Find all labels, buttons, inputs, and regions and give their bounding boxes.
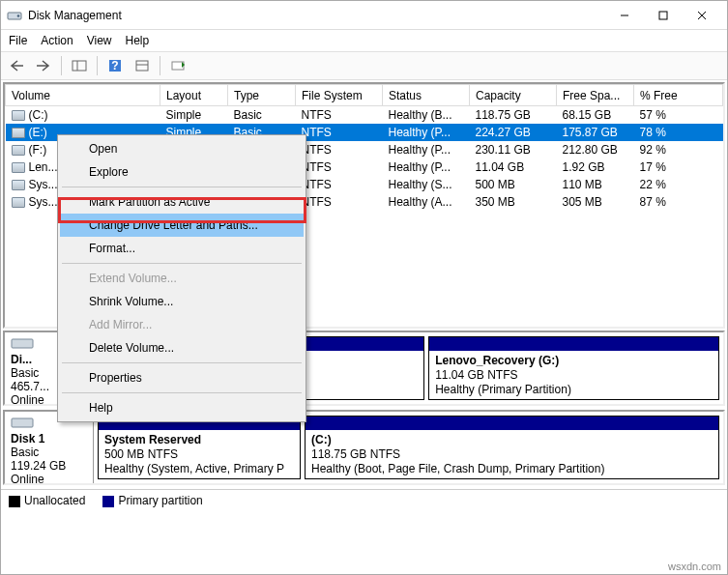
refresh-icon[interactable]: [131, 54, 154, 77]
menu-view[interactable]: View: [87, 34, 112, 47]
svg-rect-13: [12, 339, 33, 348]
ctx-delete[interactable]: Delete Volume...: [60, 336, 304, 359]
disk-icon: [11, 416, 34, 429]
disk1-label[interactable]: Disk 1 Basic 119.24 GB Online: [5, 412, 94, 483]
disk0-part-recovery[interactable]: Lenovo_Recovery (G:)11.04 GB NTFSHealthy…: [428, 336, 719, 400]
window-title: Disk Management: [28, 9, 605, 22]
col-status[interactable]: Status: [383, 85, 470, 106]
unallocated-swatch: [9, 496, 20, 507]
menu-help[interactable]: Help: [126, 34, 150, 47]
ctx-format[interactable]: Format...: [60, 237, 304, 260]
ctx-add-mirror: Add Mirror...: [60, 313, 304, 336]
ctx-shrink[interactable]: Shrink Volume...: [60, 290, 304, 313]
ctx-help[interactable]: Help: [60, 396, 304, 419]
col-capacity[interactable]: Capacity: [470, 85, 557, 106]
forward-button[interactable]: [32, 54, 55, 77]
volume-icon: [12, 145, 25, 156]
disk1-part-c[interactable]: (C:)118.75 GB NTFSHealthy (Boot, Page Fi…: [305, 416, 719, 479]
ctx-properties[interactable]: Properties: [60, 366, 304, 389]
close-button[interactable]: [683, 2, 721, 29]
ctx-open[interactable]: Open: [60, 137, 304, 160]
volume-icon: [12, 128, 25, 138]
svg-rect-6: [73, 61, 86, 71]
watermark: wsxdn.com: [668, 561, 721, 572]
svg-point-1: [17, 14, 20, 17]
volume-icon: [12, 162, 25, 173]
svg-rect-10: [136, 61, 148, 71]
col-layout[interactable]: Layout: [160, 85, 228, 106]
maximize-button[interactable]: [644, 2, 683, 29]
help-icon[interactable]: ?: [103, 54, 127, 77]
disk-icon: [11, 336, 34, 350]
menu-action[interactable]: Action: [41, 34, 73, 47]
volume-icon: [12, 180, 25, 190]
title-bar: Disk Management: [1, 1, 727, 30]
svg-text:?: ?: [111, 59, 118, 72]
menu-file[interactable]: File: [9, 34, 27, 47]
col-volume[interactable]: Volume: [6, 85, 160, 106]
ctx-extend: Extend Volume...: [60, 267, 304, 290]
back-button[interactable]: [5, 54, 28, 77]
legend: Unallocated Primary partition: [1, 489, 727, 511]
tool-bar: ?: [1, 51, 727, 80]
primary-swatch: [102, 496, 114, 507]
ctx-mark-active[interactable]: Mark Partition as Active: [60, 190, 304, 214]
volume-icon: [12, 197, 25, 208]
col-fs[interactable]: File System: [296, 85, 383, 106]
col-pct[interactable]: % Free: [634, 85, 723, 106]
context-menu: Open Explore Mark Partition as Active Ch…: [57, 134, 306, 422]
disk1-part-sysreserved[interactable]: System Reserved500 MB NTFSHealthy (Syste…: [98, 416, 301, 479]
col-free[interactable]: Free Spa...: [557, 85, 634, 106]
svg-rect-14: [12, 418, 33, 427]
volume-icon: [12, 110, 25, 121]
ctx-explore[interactable]: Explore: [60, 160, 304, 184]
app-icon: [7, 8, 22, 23]
show-hide-icon[interactable]: [68, 54, 91, 77]
table-row[interactable]: (C:)SimpleBasicNTFSHealthy (B...118.75 G…: [6, 106, 723, 125]
list-icon[interactable]: [166, 54, 189, 77]
minimize-button[interactable]: [605, 2, 644, 29]
svg-rect-3: [659, 12, 667, 19]
menu-bar: File Action View Help: [1, 30, 727, 51]
col-type[interactable]: Type: [228, 85, 296, 106]
ctx-change-drive-letter[interactable]: Change Drive Letter and Paths...: [60, 214, 304, 237]
